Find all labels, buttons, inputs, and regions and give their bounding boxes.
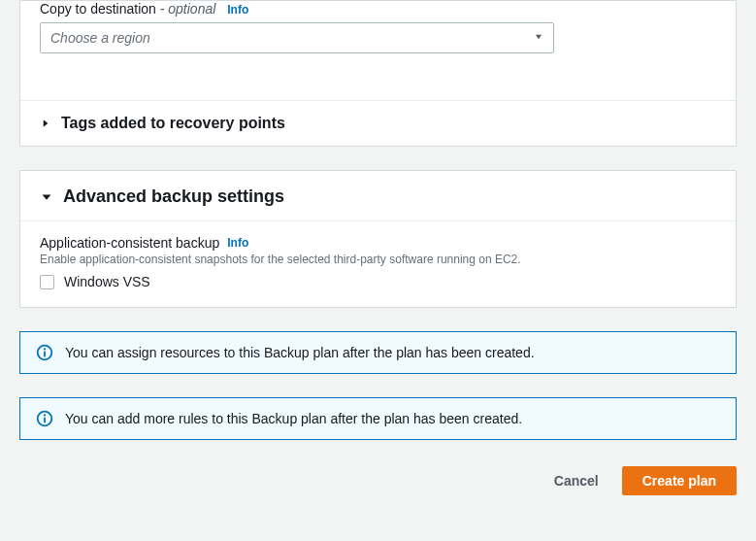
tags-section-header[interactable]: Tags added to recovery points — [20, 100, 736, 146]
assign-resources-alert: You can assign resources to this Backup … — [19, 331, 737, 374]
copy-destination-label-text: Copy to destination — [40, 1, 156, 17]
assign-resources-text: You can assign resources to this Backup … — [65, 345, 535, 360]
cancel-button[interactable]: Cancel — [550, 465, 603, 496]
app-consistent-info-link[interactable]: Info — [227, 236, 248, 250]
add-rules-text: You can add more rules to this Backup pl… — [65, 411, 522, 426]
info-icon — [36, 410, 53, 427]
caret-right-icon — [40, 118, 51, 129]
advanced-settings-panel: Advanced backup settings Application-con… — [19, 170, 737, 308]
caret-down-icon — [40, 190, 53, 204]
add-rules-alert: You can add more rules to this Backup pl… — [19, 397, 737, 440]
info-icon — [36, 344, 53, 361]
copy-destination-label: Copy to destination - optional Info — [40, 1, 716, 17]
svg-rect-2 — [44, 352, 46, 357]
optional-text: - optional — [160, 1, 216, 17]
region-select[interactable]: Choose a region — [40, 22, 554, 53]
copy-destination-info-link[interactable]: Info — [227, 3, 248, 17]
svg-point-4 — [44, 414, 46, 416]
region-select-placeholder: Choose a region — [40, 22, 554, 53]
svg-point-1 — [44, 348, 46, 350]
advanced-settings-title: Advanced backup settings — [63, 186, 284, 207]
footer-actions: Cancel Create plan — [19, 463, 737, 496]
app-consistent-label: Application-consistent backup — [40, 235, 219, 251]
tags-section-title: Tags added to recovery points — [61, 115, 285, 132]
copy-tags-panel: Copy to destination - optional Info Choo… — [19, 0, 737, 147]
advanced-settings-header[interactable]: Advanced backup settings — [20, 171, 736, 221]
create-plan-button[interactable]: Create plan — [622, 466, 737, 495]
app-consistent-help: Enable application-consistent snapshots … — [40, 253, 716, 266]
windows-vss-checkbox[interactable] — [40, 275, 54, 289]
svg-rect-5 — [44, 418, 46, 423]
windows-vss-label: Windows VSS — [64, 274, 150, 289]
